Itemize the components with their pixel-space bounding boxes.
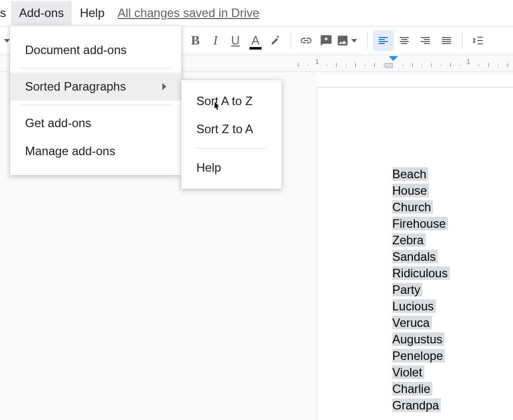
image-icon — [336, 34, 349, 47]
image-dropdown-caret-icon — [351, 39, 357, 43]
doc-line[interactable]: Grandpa — [392, 398, 441, 412]
align-group — [373, 30, 457, 51]
ruler-tick — [336, 63, 337, 67]
ruler-tick — [355, 63, 356, 67]
menu-item-help[interactable]: Help — [181, 154, 282, 182]
menu-separator — [20, 105, 171, 105]
align-center-icon — [398, 35, 410, 47]
doc-line[interactable]: Veruca — [392, 316, 432, 329]
doc-line[interactable]: House — [392, 184, 429, 197]
menu-separator — [196, 148, 267, 149]
highlight-icon — [270, 35, 282, 47]
ruler-tick — [441, 64, 441, 67]
doc-line[interactable]: Penelope — [392, 349, 445, 362]
align-right-button[interactable] — [415, 30, 436, 51]
menu-item-label: Document add-ons — [25, 43, 127, 57]
sorted-paragraphs-submenu: Sort A to Z Sort Z to A Help — [181, 80, 282, 189]
align-justify-icon — [440, 35, 452, 47]
ruler-tick — [507, 63, 508, 67]
text-color-letter: A — [251, 34, 260, 48]
doc-line[interactable]: Augustus — [392, 332, 444, 346]
ruler-tick — [460, 64, 460, 67]
style-dropdown-caret-icon[interactable] — [4, 39, 10, 43]
menu-item-get-addons[interactable]: Get add-ons — [10, 109, 181, 137]
insert-link-button[interactable] — [296, 31, 316, 51]
line-spacing-icon — [471, 34, 484, 47]
add-comment-button[interactable] — [316, 31, 336, 51]
insert-image-button[interactable] — [336, 31, 362, 51]
menu-item-label: Sort A to Z — [196, 94, 252, 108]
doc-line[interactable]: Sandals — [392, 250, 438, 263]
menu-item-label: Manage add-ons — [25, 144, 115, 158]
ruler-tick — [308, 64, 308, 67]
bold-button[interactable]: B — [185, 31, 205, 51]
ruler-tick — [479, 64, 479, 67]
ruler-tick — [365, 64, 365, 67]
highlight-button[interactable] — [266, 31, 286, 51]
menu-separator — [20, 68, 171, 69]
align-center-button[interactable] — [394, 30, 415, 51]
ruler-tick — [346, 64, 346, 67]
ruler-tick — [488, 63, 489, 67]
ruler-tick — [422, 64, 422, 67]
ruler-number: 1 — [315, 57, 319, 66]
doc-line[interactable]: Firehouse — [392, 217, 448, 230]
doc-line[interactable]: Party — [392, 283, 422, 296]
doc-line[interactable]: Zebra — [392, 233, 426, 247]
ruler-tick — [412, 63, 413, 67]
doc-line[interactable]: Beach — [392, 167, 428, 181]
menu-prev-fragment: s — [0, 6, 11, 20]
first-line-indent-icon — [389, 56, 398, 61]
text-color-button[interactable]: A — [245, 31, 266, 51]
ruler-tick — [327, 64, 327, 67]
doc-line[interactable]: Lucious — [392, 299, 436, 313]
ruler-tick — [431, 63, 432, 67]
ruler-tick — [384, 64, 384, 67]
menu-item-sort-z-to-a[interactable]: Sort Z to A — [181, 115, 282, 143]
italic-button[interactable]: I — [205, 31, 225, 51]
ruler-tick — [498, 64, 498, 67]
ruler-tick — [298, 63, 299, 67]
menu-item-label: Sorted Paragraphs — [25, 80, 126, 94]
document-content[interactable]: Beach House Church Firehouse Zebra Sanda… — [392, 166, 450, 413]
doc-line[interactable]: Violet — [392, 365, 424, 379]
align-left-icon — [377, 35, 389, 47]
save-status[interactable]: All changes saved in Drive — [118, 6, 260, 20]
doc-line[interactable]: Charlie — [392, 382, 432, 395]
doc-line[interactable]: Ridiculous — [392, 266, 450, 280]
align-right-icon — [419, 35, 431, 47]
comment-icon — [320, 34, 333, 47]
menu-help[interactable]: Help — [72, 1, 112, 25]
menubar: s Add-ons Help All changes saved in Driv… — [0, 0, 513, 26]
ruler-tick — [403, 64, 403, 67]
align-left-button[interactable] — [373, 30, 394, 51]
line-spacing-button[interactable] — [467, 31, 487, 51]
addons-menu: Document add-ons Sorted Paragraphs Get a… — [10, 26, 181, 175]
menu-item-document-addons[interactable]: Document add-ons — [10, 36, 181, 64]
document-page[interactable]: Beach House Church Firehouse Zebra Sanda… — [317, 87, 513, 420]
ruler-tick — [374, 63, 375, 67]
submenu-arrow-icon — [162, 83, 166, 90]
doc-line[interactable]: Church — [392, 200, 433, 214]
ruler-number: 1 — [466, 57, 470, 66]
indent-marker[interactable] — [389, 56, 398, 61]
menu-item-sorted-paragraphs[interactable]: Sorted Paragraphs — [10, 73, 181, 101]
ruler-tick — [450, 63, 451, 67]
toolbar-separator — [367, 32, 368, 49]
underline-button[interactable]: U — [225, 31, 245, 51]
menu-item-label: Get add-ons — [25, 116, 91, 130]
toolbar-separator — [462, 32, 462, 49]
menu-item-manage-addons[interactable]: Manage add-ons — [10, 137, 181, 165]
menu-item-sort-a-to-z[interactable]: Sort A to Z — [181, 87, 282, 115]
menu-addons[interactable]: Add-ons — [11, 1, 72, 25]
left-indent-icon — [385, 63, 393, 68]
toolbar-separator — [291, 32, 291, 49]
menu-item-label: Sort Z to A — [196, 122, 253, 136]
menu-item-label: Help — [196, 161, 221, 174]
link-icon — [300, 34, 313, 47]
text-color-bar — [249, 47, 262, 50]
align-justify-button[interactable] — [436, 30, 457, 51]
